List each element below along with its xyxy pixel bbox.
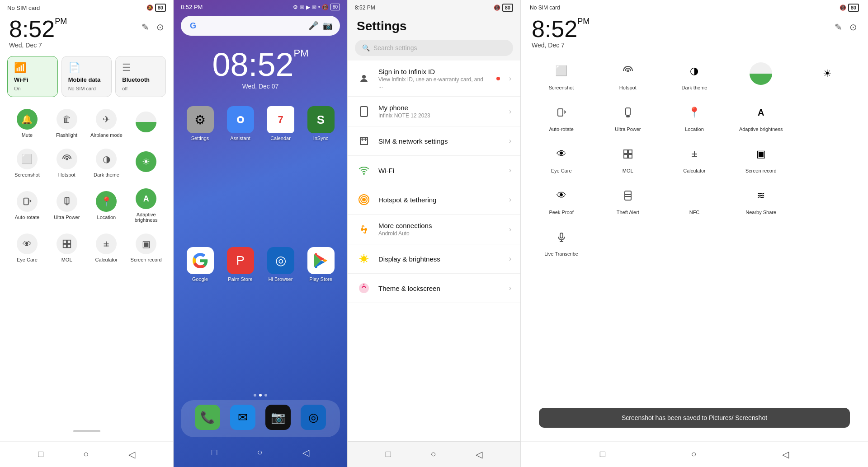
calculator-tile-left[interactable]: Calculator <box>87 228 127 268</box>
settings-item-hotspot[interactable]: Hotspot & tethering › <box>348 185 520 215</box>
qs-right-peekproof-tile[interactable]: 👁 Peek Proof <box>528 178 594 219</box>
hotspot-tile[interactable]: Hotspot <box>47 143 87 183</box>
home-search-bar[interactable]: G 🎤 📷 <box>181 16 340 36</box>
settings-item-more-conn[interactable]: More connections Android Auto › <box>348 215 520 244</box>
settings-item-display[interactable]: Display & brightness › <box>348 244 520 274</box>
adaptive-brightness-tile-left[interactable]: A Adaptive brightness <box>126 183 166 228</box>
qs-right-slider1-icon <box>750 62 772 85</box>
home-nav-circle[interactable]: ○ <box>257 447 262 458</box>
qs-right-location-tile[interactable]: 📍 Location <box>661 95 727 136</box>
screenrecord-icon-left: ▣ <box>136 234 156 254</box>
qs-right-nearbyshare-tile[interactable]: ≋ Nearby Share <box>728 178 794 219</box>
autorotate-tile[interactable]: Auto-rotate <box>7 183 47 228</box>
settings-search-bar[interactable]: 🔍 Search settings <box>355 40 513 56</box>
qs-right-empty3 <box>794 136 861 178</box>
search-lens-icon[interactable]: 📷 <box>323 21 333 31</box>
brightness-slider-tile[interactable] <box>126 103 166 143</box>
settings-nav-back[interactable]: ◁ <box>476 449 482 460</box>
qs-right-darktheme-tile[interactable]: ◑ Dark theme <box>661 53 727 95</box>
qs-right-screenshot-tile[interactable]: ⬜ Screenshot <box>528 53 594 95</box>
hotspot-settings-text: Hotspot & tethering <box>378 196 502 204</box>
qs-right-nav-circle[interactable]: ○ <box>691 449 696 460</box>
qs-right-mol-tile[interactable]: MOL <box>594 136 661 178</box>
settings-item-myphone[interactable]: My phone Infinix NOTE 12 2023 › <box>348 97 520 126</box>
edit-icon-left[interactable]: ✎ <box>142 22 149 33</box>
home-app-google[interactable]: Google <box>181 247 219 386</box>
dock-phone-icon[interactable]: 📞 <box>195 405 220 430</box>
qs-right-hotspot-tile[interactable]: Hotspot <box>594 53 661 95</box>
qs-right-location-label: Location <box>685 126 704 132</box>
nav-circle-left[interactable]: ○ <box>83 449 89 460</box>
nav-back-left[interactable]: ◁ <box>128 449 135 460</box>
home-app-assistant[interactable]: Assistant <box>221 106 259 245</box>
dock-camera-icon[interactable]: 📷 <box>265 405 291 430</box>
settings-item-sim[interactable]: SIM & network settings › <box>348 126 520 156</box>
qs-right-livetranscribe-tile[interactable]: Live Transcribe <box>528 219 594 261</box>
home-nav-square[interactable]: □ <box>212 447 217 458</box>
qs-right-brightness-sun-tile[interactable]: ☀ <box>794 53 861 95</box>
screenshot-tile[interactable]: ⬜ Screenshot <box>7 143 47 183</box>
home-app-hibrowser[interactable]: ◎ Hi Browser <box>261 247 300 386</box>
qs-right-clock: 8:52PM <box>532 17 590 41</box>
home-app-settings[interactable]: ⚙ Settings <box>181 106 219 245</box>
quick-settings-panel-right: No SIM card 📵 80 8:52PM Wed, Dec 7 ✎ ⊙ ⬜… <box>521 0 868 467</box>
search-mic-icon[interactable]: 🎤 <box>308 21 318 31</box>
qs-right-time-section: 8:52PM Wed, Dec 7 ✎ ⊙ <box>521 14 868 53</box>
qs-right-status-icons: 📵 80 <box>840 4 859 12</box>
location-tile-left[interactable]: 📍 Location <box>87 183 127 228</box>
clock-left: 8:52PM <box>9 17 67 41</box>
bluetooth-tile[interactable]: ☰ Bluetooth off <box>115 56 166 97</box>
settings-brightness-icon-left[interactable]: ⊙ <box>156 22 164 33</box>
theme-chevron: › <box>509 284 511 292</box>
qs-right-screenrecord-tile[interactable]: ▣ Screen record <box>728 136 794 178</box>
settings-item-wifi[interactable]: Wi-Fi › <box>348 156 520 185</box>
qs-right-nav-square[interactable]: □ <box>600 449 605 460</box>
qs-right-calculator-tile[interactable]: Calculator <box>661 136 727 178</box>
insync-app-icon: S <box>307 106 335 133</box>
settings-nav-circle[interactable]: ○ <box>430 449 436 460</box>
home-app-palmstore[interactable]: P Palm Store <box>221 247 259 386</box>
qs-right-adaptive-brightness-tile[interactable]: A Adaptive brightness <box>728 95 794 136</box>
settings-nav-square[interactable]: □ <box>386 449 391 460</box>
qs-right-theftalert-tile[interactable]: Theft Alert <box>594 178 661 219</box>
brightness-active-tile[interactable]: ☀ <box>126 143 166 183</box>
nav-square-left[interactable]: □ <box>38 449 43 460</box>
dock-browser-icon[interactable]: ◎ <box>301 405 326 430</box>
mute-tile[interactable]: 🔔 Mute <box>7 103 47 143</box>
airplane-tile[interactable]: ✈ Airplane mode <box>87 103 127 143</box>
svg-rect-7 <box>67 244 71 248</box>
home-app-calendar[interactable]: 7 Calendar <box>261 106 300 245</box>
qs-right-eyecare-tile[interactable]: 👁 Eye Care <box>528 136 594 178</box>
qs-right-grid-row5: Live Transcribe <box>521 219 868 261</box>
home-status-icons: ⚙ ✉ ▶ ✉ • 📵 80 <box>293 4 340 10</box>
eyecare-tile-left[interactable]: 👁 Eye Care <box>7 228 47 268</box>
qs-right-nav-back[interactable]: ◁ <box>782 449 789 460</box>
qs-right-nfc-tile[interactable]: NFC <box>661 178 727 219</box>
home-app-insync[interactable]: S InSync <box>302 106 340 245</box>
qs-right-brightness-icon[interactable]: ⊙ <box>849 22 857 33</box>
airplane-label: Airplane mode <box>90 132 123 138</box>
qs-right-edit-icon[interactable]: ✎ <box>835 22 842 33</box>
qs-right-status-bar: No SIM card 📵 80 <box>521 0 868 14</box>
qs-right-autorotate-tile[interactable]: Auto-rotate <box>528 95 594 136</box>
mobile-data-tile[interactable]: 📄 Mobile data No SIM card <box>61 56 112 97</box>
qs-right-ultrapower-tile[interactable]: Ultra Power <box>594 95 661 136</box>
home-nav-back[interactable]: ◁ <box>302 447 309 458</box>
mol-tile-left[interactable]: MOL <box>47 228 87 268</box>
dark-theme-icon: ◑ <box>96 149 117 169</box>
qs-right-brightness-sun-icon: ☀ <box>816 62 839 85</box>
qs-right-calculator-icon <box>683 143 706 165</box>
settings-item-infinixid[interactable]: Sign in to Infinix ID View Infinix ID, u… <box>348 61 520 97</box>
status-icons-left: 🔕 80 <box>146 4 166 12</box>
screenrecord-tile-left[interactable]: ▣ Screen record <box>126 228 166 268</box>
qs-right-slider1-tile[interactable] <box>728 53 794 95</box>
dark-theme-tile[interactable]: ◑ Dark theme <box>87 143 127 183</box>
palmstore-app-label: Palm Store <box>228 276 252 282</box>
ultrapower-tile[interactable]: Ultra Power <box>47 183 87 228</box>
home-app-playstore[interactable]: Play Store <box>302 247 340 386</box>
settings-item-theme[interactable]: Theme & lockscreen › <box>348 274 520 303</box>
flashlight-tile[interactable]: 🗑 Flashlight <box>47 103 87 143</box>
settings-app-icon: ⚙ <box>187 106 214 133</box>
dock-messages-icon[interactable]: ✉ <box>230 405 255 430</box>
wifi-tile[interactable]: 📶 Wi-Fi On <box>7 56 58 97</box>
